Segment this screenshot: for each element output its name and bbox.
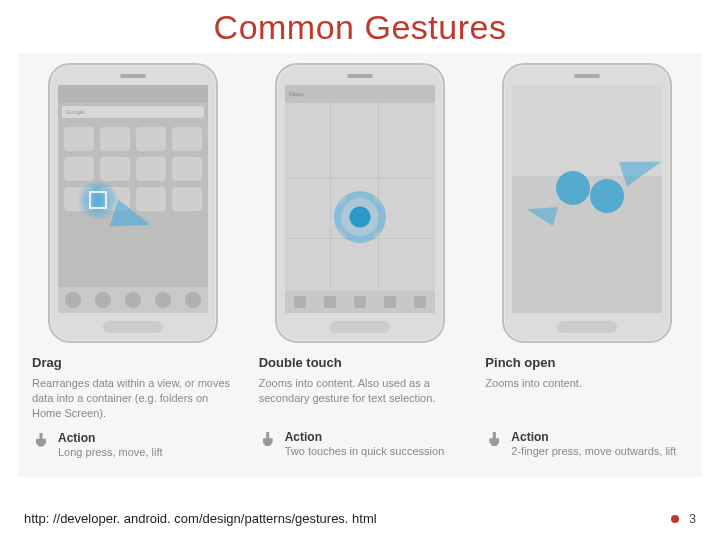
gesture-panel: Google Drag Rearranges data within a vie… [18, 53, 702, 477]
source-url: http: //developer. android. com/design/p… [24, 511, 377, 526]
hand-icon [32, 431, 50, 453]
phone-mockup-pinch-open [502, 63, 672, 343]
gesture-description: Zooms into content. Also used as a secon… [259, 376, 462, 420]
gesture-name: Pinch open [485, 355, 688, 370]
gesture-name: Double touch [259, 355, 462, 370]
gesture-col-double-touch: Maps Double touch Zooms into content. Al… [259, 63, 462, 459]
bullet-icon [671, 515, 679, 523]
action-label: Action [511, 430, 676, 444]
map-title: Maps [285, 85, 435, 103]
phone-mockup-drag: Google [48, 63, 218, 343]
pinch-touch-indicator [590, 179, 624, 213]
gesture-col-drag: Google Drag Rearranges data within a vie… [32, 63, 235, 459]
action-label: Action [58, 431, 163, 445]
gesture-description: Zooms into content. [485, 376, 688, 420]
gesture-description: Rearranges data within a view, or moves … [32, 376, 235, 421]
action-label: Action [285, 430, 445, 444]
phone-mockup-double-touch: Maps [275, 63, 445, 343]
gesture-col-pinch-open: Pinch open Zooms into content. Action 2-… [485, 63, 688, 459]
action-text: Two touches in quick succession [285, 444, 445, 458]
hand-icon [259, 430, 277, 452]
double-touch-indicator [334, 191, 386, 243]
slide-title: Common Gestures [0, 0, 720, 47]
action-text: 2-finger press, move outwards, lift [511, 444, 676, 458]
slide-footer: http: //developer. android. com/design/p… [24, 511, 696, 526]
gesture-name: Drag [32, 355, 235, 370]
hand-icon [485, 430, 503, 452]
pinch-touch-indicator [556, 171, 590, 205]
homescreen-search: Google [62, 106, 204, 118]
action-text: Long press, move, lift [58, 445, 163, 459]
page-number: 3 [689, 512, 696, 526]
